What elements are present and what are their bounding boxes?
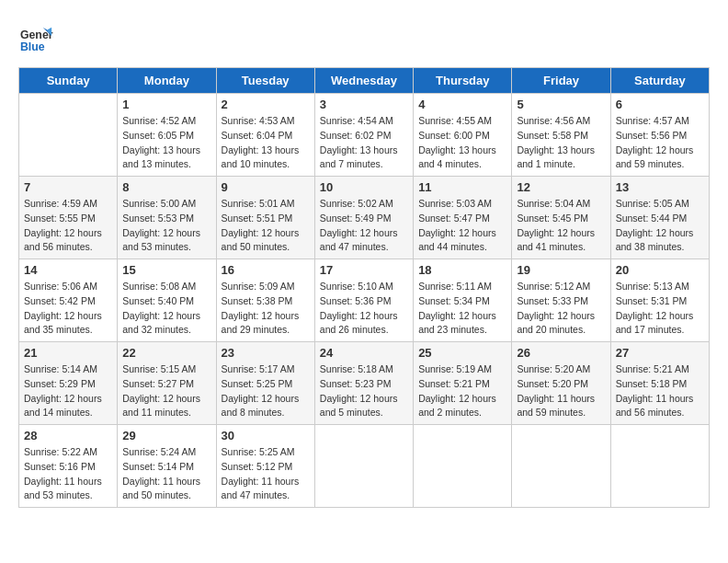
day-number: 1 <box>122 98 210 111</box>
calendar-cell: 30Sunrise: 5:25 AM Sunset: 5:12 PM Dayli… <box>216 425 314 508</box>
day-info: Sunrise: 5:04 AM Sunset: 5:45 PM Dayligh… <box>517 197 605 255</box>
calendar-cell: 13Sunrise: 5:05 AM Sunset: 5:44 PM Dayli… <box>610 177 709 259</box>
day-info: Sunrise: 5:22 AM Sunset: 5:16 PM Dayligh… <box>24 445 112 503</box>
day-info: Sunrise: 4:59 AM Sunset: 5:55 PM Dayligh… <box>24 197 112 255</box>
day-info: Sunrise: 4:56 AM Sunset: 5:58 PM Dayligh… <box>517 114 605 172</box>
calendar-cell: 19Sunrise: 5:12 AM Sunset: 5:33 PM Dayli… <box>512 259 610 342</box>
day-number: 25 <box>418 346 506 360</box>
svg-text:Blue: Blue <box>20 40 45 53</box>
calendar-cell: 5Sunrise: 4:56 AM Sunset: 5:58 PM Daylig… <box>512 94 610 177</box>
day-number: 23 <box>222 346 310 360</box>
calendar-cell: 26Sunrise: 5:20 AM Sunset: 5:20 PM Dayli… <box>512 342 610 425</box>
day-number: 18 <box>418 263 506 277</box>
weekday-header: Saturday <box>610 68 709 94</box>
day-number: 26 <box>517 346 605 360</box>
logo-icon: General Blue <box>18 23 53 58</box>
day-number: 5 <box>517 98 605 111</box>
day-info: Sunrise: 5:03 AM Sunset: 5:47 PM Dayligh… <box>418 197 506 255</box>
calendar-cell: 6Sunrise: 4:57 AM Sunset: 5:56 PM Daylig… <box>610 94 709 177</box>
calendar-cell: 21Sunrise: 5:14 AM Sunset: 5:29 PM Dayli… <box>19 342 118 425</box>
day-number: 7 <box>24 180 112 194</box>
weekday-header: Friday <box>512 68 610 94</box>
day-number: 15 <box>122 263 210 277</box>
day-info: Sunrise: 5:15 AM Sunset: 5:27 PM Dayligh… <box>122 362 210 420</box>
calendar-cell: 29Sunrise: 5:24 AM Sunset: 5:14 PM Dayli… <box>118 425 216 508</box>
logo: General Blue <box>18 23 55 58</box>
day-info: Sunrise: 5:09 AM Sunset: 5:38 PM Dayligh… <box>222 280 310 338</box>
day-number: 29 <box>122 429 210 442</box>
day-info: Sunrise: 5:13 AM Sunset: 5:31 PM Dayligh… <box>616 280 704 338</box>
calendar-cell <box>414 425 512 508</box>
day-info: Sunrise: 5:19 AM Sunset: 5:21 PM Dayligh… <box>418 362 506 420</box>
calendar-week-row: 14Sunrise: 5:06 AM Sunset: 5:42 PM Dayli… <box>19 259 710 342</box>
day-number: 22 <box>122 346 210 360</box>
day-info: Sunrise: 5:10 AM Sunset: 5:36 PM Dayligh… <box>320 280 408 338</box>
weekday-header: Tuesday <box>216 68 314 94</box>
day-info: Sunrise: 5:17 AM Sunset: 5:25 PM Dayligh… <box>222 362 310 420</box>
calendar-cell <box>610 425 709 508</box>
day-info: Sunrise: 5:24 AM Sunset: 5:14 PM Dayligh… <box>122 445 210 503</box>
calendar-cell: 12Sunrise: 5:04 AM Sunset: 5:45 PM Dayli… <box>512 177 610 259</box>
day-number: 9 <box>222 180 310 194</box>
day-info: Sunrise: 5:05 AM Sunset: 5:44 PM Dayligh… <box>616 197 704 255</box>
calendar-cell: 9Sunrise: 5:01 AM Sunset: 5:51 PM Daylig… <box>216 177 314 259</box>
calendar-cell: 18Sunrise: 5:11 AM Sunset: 5:34 PM Dayli… <box>414 259 512 342</box>
calendar-cell: 24Sunrise: 5:18 AM Sunset: 5:23 PM Dayli… <box>314 342 413 425</box>
calendar-cell: 15Sunrise: 5:08 AM Sunset: 5:40 PM Dayli… <box>118 259 216 342</box>
day-info: Sunrise: 5:20 AM Sunset: 5:20 PM Dayligh… <box>517 362 605 420</box>
calendar-cell: 11Sunrise: 5:03 AM Sunset: 5:47 PM Dayli… <box>414 177 512 259</box>
day-number: 4 <box>418 98 506 111</box>
calendar-cell: 16Sunrise: 5:09 AM Sunset: 5:38 PM Dayli… <box>216 259 314 342</box>
calendar-cell <box>19 94 118 177</box>
day-number: 19 <box>517 263 605 277</box>
day-info: Sunrise: 5:00 AM Sunset: 5:53 PM Dayligh… <box>122 197 210 255</box>
day-number: 8 <box>122 180 210 194</box>
calendar-cell: 4Sunrise: 4:55 AM Sunset: 6:00 PM Daylig… <box>414 94 512 177</box>
day-info: Sunrise: 5:12 AM Sunset: 5:33 PM Dayligh… <box>517 280 605 338</box>
day-info: Sunrise: 5:14 AM Sunset: 5:29 PM Dayligh… <box>24 362 112 420</box>
day-info: Sunrise: 5:21 AM Sunset: 5:18 PM Dayligh… <box>616 362 704 420</box>
day-number: 30 <box>222 429 310 442</box>
day-number: 12 <box>517 180 605 194</box>
day-info: Sunrise: 4:57 AM Sunset: 5:56 PM Dayligh… <box>616 114 704 172</box>
day-number: 3 <box>320 98 408 111</box>
calendar-cell <box>512 425 610 508</box>
calendar-cell: 1Sunrise: 4:52 AM Sunset: 6:05 PM Daylig… <box>118 94 216 177</box>
day-info: Sunrise: 4:55 AM Sunset: 6:00 PM Dayligh… <box>418 114 506 172</box>
day-number: 21 <box>24 346 112 360</box>
calendar-cell: 25Sunrise: 5:19 AM Sunset: 5:21 PM Dayli… <box>414 342 512 425</box>
day-info: Sunrise: 5:02 AM Sunset: 5:49 PM Dayligh… <box>320 197 408 255</box>
weekday-header: Monday <box>118 68 216 94</box>
calendar-cell: 2Sunrise: 4:53 AM Sunset: 6:04 PM Daylig… <box>216 94 314 177</box>
calendar-cell: 28Sunrise: 5:22 AM Sunset: 5:16 PM Dayli… <box>19 425 118 508</box>
weekday-header: Wednesday <box>314 68 413 94</box>
day-info: Sunrise: 5:06 AM Sunset: 5:42 PM Dayligh… <box>24 280 112 338</box>
day-number: 2 <box>222 98 310 111</box>
calendar-week-row: 7Sunrise: 4:59 AM Sunset: 5:55 PM Daylig… <box>19 177 710 259</box>
calendar-cell: 20Sunrise: 5:13 AM Sunset: 5:31 PM Dayli… <box>610 259 709 342</box>
calendar-table: SundayMondayTuesdayWednesdayThursdayFrid… <box>18 67 710 508</box>
day-info: Sunrise: 4:53 AM Sunset: 6:04 PM Dayligh… <box>222 114 310 172</box>
day-number: 11 <box>418 180 506 194</box>
calendar-cell <box>314 425 413 508</box>
day-number: 16 <box>222 263 310 277</box>
calendar-week-row: 28Sunrise: 5:22 AM Sunset: 5:16 PM Dayli… <box>19 425 710 508</box>
calendar-cell: 7Sunrise: 4:59 AM Sunset: 5:55 PM Daylig… <box>19 177 118 259</box>
day-info: Sunrise: 5:18 AM Sunset: 5:23 PM Dayligh… <box>320 362 408 420</box>
calendar-cell: 22Sunrise: 5:15 AM Sunset: 5:27 PM Dayli… <box>118 342 216 425</box>
calendar-cell: 10Sunrise: 5:02 AM Sunset: 5:49 PM Dayli… <box>314 177 413 259</box>
calendar-cell: 8Sunrise: 5:00 AM Sunset: 5:53 PM Daylig… <box>118 177 216 259</box>
calendar-cell: 17Sunrise: 5:10 AM Sunset: 5:36 PM Dayli… <box>314 259 413 342</box>
day-number: 13 <box>616 180 704 194</box>
day-info: Sunrise: 5:25 AM Sunset: 5:12 PM Dayligh… <box>222 445 310 503</box>
calendar-header-row: SundayMondayTuesdayWednesdayThursdayFrid… <box>19 68 710 94</box>
day-info: Sunrise: 5:08 AM Sunset: 5:40 PM Dayligh… <box>122 280 210 338</box>
day-info: Sunrise: 5:11 AM Sunset: 5:34 PM Dayligh… <box>418 280 506 338</box>
weekday-header: Thursday <box>414 68 512 94</box>
day-number: 17 <box>320 263 408 277</box>
day-info: Sunrise: 5:01 AM Sunset: 5:51 PM Dayligh… <box>222 197 310 255</box>
calendar-week-row: 1Sunrise: 4:52 AM Sunset: 6:05 PM Daylig… <box>19 94 710 177</box>
day-number: 10 <box>320 180 408 194</box>
day-number: 28 <box>24 429 112 442</box>
day-number: 6 <box>616 98 704 111</box>
